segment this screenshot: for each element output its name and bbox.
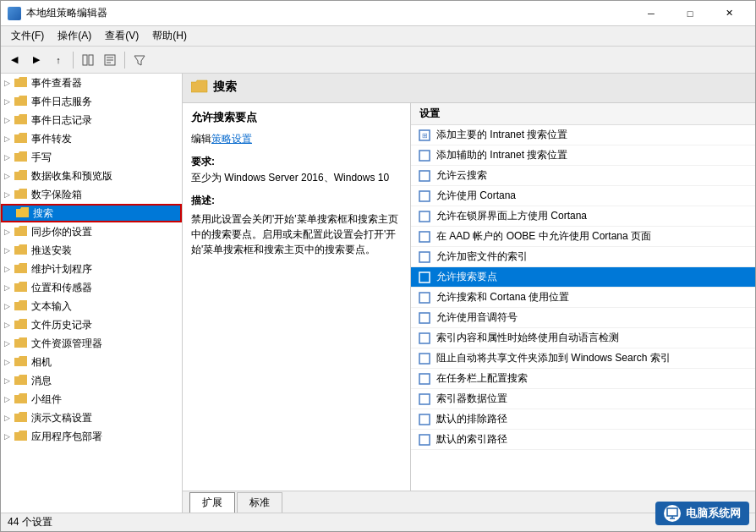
sidebar-item-camera[interactable]: ▷ 相机 xyxy=(1,353,182,371)
edit-prefix: 编辑 xyxy=(191,133,211,145)
sidebar-item-file-history[interactable]: ▷ 文件历史记录 xyxy=(1,315,182,334)
filter-button[interactable] xyxy=(129,50,150,70)
req-label: 要求: xyxy=(191,155,402,169)
policy-editor-icon xyxy=(8,7,21,20)
expand-arrow: ▷ xyxy=(4,265,14,273)
sidebar-item-label: 演示文稿设置 xyxy=(31,411,92,425)
expand-arrow: ▷ xyxy=(4,283,14,292)
settings-policy-icon xyxy=(418,271,431,284)
window-title: 本地组策略编辑器 xyxy=(26,6,107,20)
menu-bar: 文件(F) 操作(A) 查看(V) 帮助(H) xyxy=(1,26,755,47)
settings-item-8[interactable]: 允许搜索和 Cortana 使用位置 xyxy=(411,288,755,308)
folder-icon xyxy=(14,113,28,127)
settings-item-0[interactable]: ⊞ 添加主要的 Intranet 搜索位置 xyxy=(411,125,755,145)
status-count: 44 个设置 xyxy=(8,515,52,529)
settings-item-label: 允许云搜索 xyxy=(436,168,487,183)
settings-item-2[interactable]: 允许云搜索 xyxy=(411,166,755,186)
settings-item-label: 索引内容和属性时始终使用自动语言检测 xyxy=(436,331,619,345)
settings-item-3[interactable]: 允许使用 Cortana xyxy=(411,186,755,206)
expand-arrow: ▷ xyxy=(4,190,14,199)
svg-rect-1 xyxy=(89,55,93,65)
folder-icon xyxy=(14,244,28,257)
svg-rect-12 xyxy=(419,211,430,222)
forward-button[interactable]: ▶ xyxy=(26,50,47,70)
menu-file[interactable]: 文件(F) xyxy=(4,27,51,45)
menu-action[interactable]: 操作(A) xyxy=(51,27,98,45)
sidebar-item-widgets[interactable]: ▷ 小组件 xyxy=(1,390,182,409)
svg-rect-14 xyxy=(419,252,430,262)
tab-expand[interactable]: 扩展 xyxy=(189,492,235,513)
folder-icon xyxy=(14,281,28,294)
settings-item-4[interactable]: 允许在锁屏界面上方使用 Cortana xyxy=(411,206,755,227)
sidebar-item-label: 位置和传感器 xyxy=(31,281,92,295)
svg-rect-22 xyxy=(419,414,430,425)
up-button[interactable]: ↑ xyxy=(48,50,68,70)
sidebar-item-search[interactable]: 搜索 xyxy=(1,204,182,222)
settings-item-11[interactable]: 阻止自动将共享文件夹添加到 Windows Search 索引 xyxy=(411,348,755,369)
minimize-button[interactable]: ─ xyxy=(632,1,671,26)
settings-item-label: 添加主要的 Intranet 搜索位置 xyxy=(436,128,567,142)
sidebar-item-label: 文件历史记录 xyxy=(31,318,92,332)
sidebar-item-app-deployment[interactable]: ▷ 应用程序包部署 xyxy=(1,427,182,446)
sidebar-item-push-install[interactable]: ▷ 推送安装 xyxy=(1,241,182,260)
sidebar-item-data-collection[interactable]: ▷ 数据收集和预览版 xyxy=(1,167,182,185)
settings-item-5[interactable]: 在 AAD 帐户的 OOBE 中允许使用 Cortana 页面 xyxy=(411,227,755,247)
folder-icon xyxy=(14,262,28,276)
sidebar-item-label: 手写 xyxy=(31,151,52,165)
sidebar-item-file-explorer[interactable]: ▷ 文件资源管理器 xyxy=(1,334,182,353)
back-button[interactable]: ◀ xyxy=(4,50,25,70)
tab-standard[interactable]: 标准 xyxy=(237,492,282,513)
desc-pane: 允许搜索要点 编辑策略设置 要求: 至少为 Windows Server 201… xyxy=(183,103,411,491)
show-hide-tree-button[interactable] xyxy=(78,50,98,70)
menu-view[interactable]: 查看(V) xyxy=(98,27,145,45)
settings-item-label: 允许使用 Cortana xyxy=(436,189,516,203)
folder-icon xyxy=(14,299,28,313)
settings-item-13[interactable]: 索引器数据位置 xyxy=(411,389,755,409)
expand-arrow: ▷ xyxy=(4,134,14,143)
sidebar-item-maintenance[interactable]: ▷ 维护计划程序 xyxy=(1,260,182,278)
settings-item-1[interactable]: 添加辅助的 Intranet 搜索位置 xyxy=(411,145,755,166)
svg-rect-24 xyxy=(667,508,677,516)
settings-item-12[interactable]: 在任务栏上配置搜索 xyxy=(411,369,755,389)
policy-name: 允许搜索要点 xyxy=(191,110,402,125)
sidebar-item-event-log-record[interactable]: ▷ 事件日志记录 xyxy=(1,111,182,129)
settings-item-label: 添加辅助的 Intranet 搜索位置 xyxy=(436,148,567,162)
properties-button[interactable] xyxy=(100,50,120,70)
sidebar-item-label: 推送安装 xyxy=(31,244,72,258)
folder-icon xyxy=(14,132,28,145)
sidebar-item-event-log-service[interactable]: ▷ 事件日志服务 xyxy=(1,92,182,111)
sidebar-item-digital-safe[interactable]: ▷ 数字保险箱 xyxy=(1,185,182,204)
svg-rect-16 xyxy=(419,293,430,303)
panel-header: 搜索 xyxy=(183,74,755,103)
settings-item-6[interactable]: 允许加密文件的索引 xyxy=(411,247,755,267)
expand-arrow: ▷ xyxy=(4,414,14,422)
settings-item-7[interactable]: 允许搜索要点 xyxy=(411,267,755,288)
sidebar-item-location[interactable]: ▷ 位置和传感器 xyxy=(1,278,182,297)
edit-link-container: 编辑策略设置 xyxy=(191,132,402,146)
settings-item-14[interactable]: 默认的排除路径 xyxy=(411,409,755,430)
settings-item-label: 索引器数据位置 xyxy=(436,392,507,406)
settings-item-15[interactable]: 默认的索引路径 xyxy=(411,430,755,450)
sidebar-item-sync-settings[interactable]: ▷ 同步你的设置 xyxy=(1,222,182,241)
sidebar-item-events-viewer[interactable]: ▷ 事件查看器 xyxy=(1,74,182,92)
edit-policy-link[interactable]: 策略设置 xyxy=(211,133,252,145)
svg-marker-6 xyxy=(134,56,145,65)
settings-item-9[interactable]: 允许使用音调符号 xyxy=(411,308,755,328)
settings-item-10[interactable]: 索引内容和属性时始终使用自动语言检测 xyxy=(411,328,755,348)
sidebar-item-text-input[interactable]: ▷ 文本输入 xyxy=(1,297,182,315)
sidebar-item-handwriting[interactable]: ▷ 手写 xyxy=(1,148,182,167)
svg-rect-11 xyxy=(419,191,430,201)
sidebar-item-presentation[interactable]: ▷ 演示文稿设置 xyxy=(1,409,182,427)
maximize-button[interactable]: □ xyxy=(671,1,709,26)
main-window: 本地组策略编辑器 ─ □ ✕ 文件(F) 操作(A) 查看(V) 帮助(H) ◀… xyxy=(0,0,756,532)
settings-policy-icon xyxy=(418,413,431,426)
toolbar-separator-1 xyxy=(73,52,74,69)
sidebar-item-messages[interactable]: ▷ 消息 xyxy=(1,371,182,390)
sidebar-item-label: 事件日志记录 xyxy=(31,113,92,128)
close-button[interactable]: ✕ xyxy=(709,1,748,26)
sidebar-item-event-forward[interactable]: ▷ 事件转发 xyxy=(1,129,182,148)
expand-arrow: ▷ xyxy=(4,79,14,87)
svg-rect-13 xyxy=(419,232,430,242)
menu-help[interactable]: 帮助(H) xyxy=(145,27,194,45)
settings-item-label: 允许使用音调符号 xyxy=(436,310,518,325)
